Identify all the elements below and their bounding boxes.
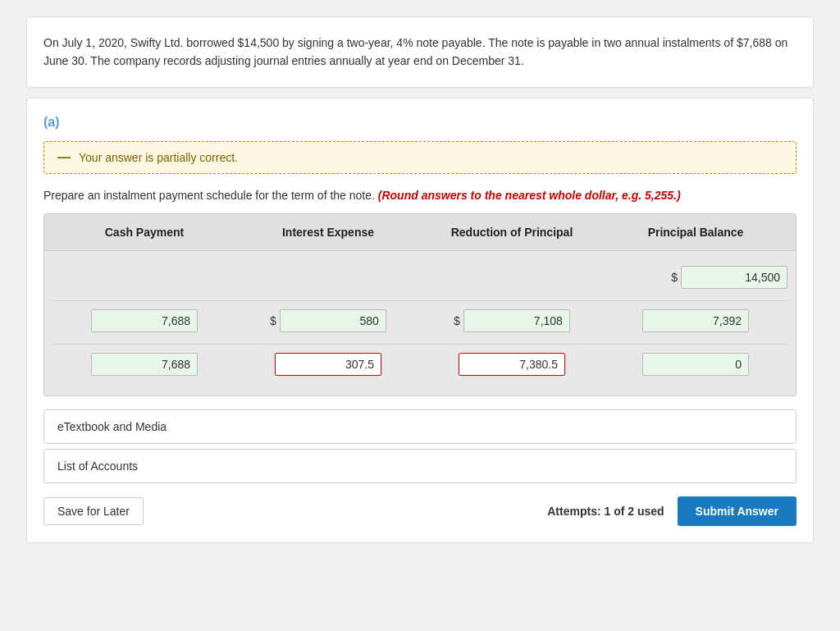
etextbook-button[interactable]: eTextbook and Media [43,409,797,444]
problem-description: On July 1, 2020, Swifty Ltd. borrowed $1… [43,34,797,71]
row1-reduction-input[interactable] [463,309,570,332]
initial-balance-row: $ [52,259,788,295]
row2-interest-cell [236,353,420,376]
attempts-text: Attempts: 1 of 2 used [547,505,664,518]
problem-card: On July 1, 2020, Swifty Ltd. borrowed $1… [26,16,814,88]
row1-balance-input[interactable] [642,309,749,332]
instruction-main: Prepare an instalment payment schedule f… [43,189,375,202]
row2-interest-expense-input[interactable] [275,353,381,376]
list-of-accounts-button[interactable]: List of Accounts [43,449,797,483]
row2-reduction-cell [420,353,604,376]
partial-correct-alert: — Your answer is partially correct. [43,141,797,174]
section-label: (a) [43,115,797,130]
section-a-card: (a) — Your answer is partially correct. … [26,98,814,543]
table-row-2 [52,344,788,384]
dash-icon: — [57,150,71,165]
row2-cash-cell [52,353,236,376]
footer-bar: Save for Later Attempts: 1 of 2 used Sub… [43,496,797,526]
row1-interest-dollar: $ [270,314,276,327]
instruction-note: (Round answers to the nearest whole doll… [378,189,681,202]
row1-reduction-dollar: $ [454,314,460,327]
row1-balance-cell [604,309,788,332]
row1-cash-payment-input[interactable] [91,309,198,332]
initial-balance-cell: $ [604,266,788,289]
alert-text: Your answer is partially correct. [79,151,238,164]
th-reduction-principal: Reduction of Principal [420,226,604,239]
save-for-later-button[interactable]: Save for Later [43,497,144,525]
row1-interest-cell: $ [236,309,420,332]
main-container: On July 1, 2020, Swifty Ltd. borrowed $1… [26,16,814,543]
bottom-section: eTextbook and Media List of Accounts Sav… [43,409,797,526]
payment-schedule-table: Cash Payment Interest Expense Reduction … [43,213,797,396]
initial-balance-dollar: $ [671,271,678,284]
table-header: Cash Payment Interest Expense Reduction … [44,214,796,251]
row2-balance-cell [604,353,788,376]
row1-interest-expense-input[interactable] [280,309,386,332]
row2-cash-payment-input[interactable] [91,353,198,376]
row1-reduction-cell: $ [420,309,604,332]
submit-answer-button[interactable]: Submit Answer [678,496,797,526]
th-cash-payment: Cash Payment [52,226,236,239]
row2-balance-input[interactable] [642,353,749,376]
table-row-1: $ $ [52,300,788,341]
row1-cash-cell [52,309,236,332]
th-principal-balance: Principal Balance [604,226,788,239]
table-body: $ $ $ [44,251,796,396]
th-interest-expense: Interest Expense [236,226,420,239]
initial-balance-input[interactable] [681,266,788,289]
instruction-text: Prepare an instalment payment schedule f… [43,189,797,202]
row2-reduction-input[interactable] [459,353,565,376]
